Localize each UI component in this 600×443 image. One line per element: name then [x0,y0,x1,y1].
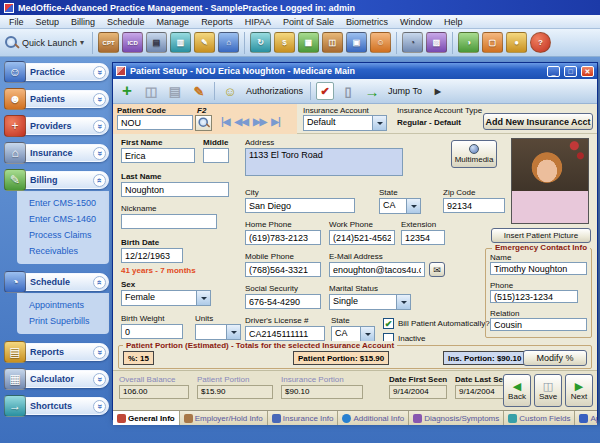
birth-weight-input[interactable] [121,324,183,339]
save-icon[interactable]: ◫ [141,81,161,101]
quick-launch-caret-icon[interactable]: ▾ [80,38,84,47]
sidebar-link-enter-cms-1460[interactable]: Enter CMS-1460 [29,211,109,227]
credentials-icon[interactable]: ✎ [194,32,215,53]
save-button[interactable]: ◫ Save [534,374,562,407]
menu-window[interactable]: Window [395,16,437,28]
middle-input[interactable] [203,148,229,163]
expand-chevron-icon[interactable]: » [93,373,106,386]
menu-hipaa[interactable]: HIPAA [240,16,276,28]
authorizations-icon[interactable]: ☺ [220,81,240,101]
expand-chevron-icon[interactable]: » [93,400,106,413]
cpt-codes-icon[interactable]: CPT [98,32,119,53]
previous-record-button[interactable]: ◀◀ [235,116,248,127]
collapse-chevron-icon[interactable]: » [93,174,106,187]
birth-date-input[interactable] [121,248,183,263]
statistics-icon[interactable]: ◑ [458,32,479,53]
emergency-relation-input[interactable] [490,318,587,331]
more-arrow-icon[interactable]: ▶ [428,81,448,101]
inventory-icon[interactable]: ◫ [322,32,343,53]
practice-building-icon[interactable]: ⌂ [218,32,239,53]
sidebar-link-process-claims[interactable]: Process Claims [29,227,109,243]
lab-monitor-icon[interactable]: ▥ [170,32,191,53]
sidebar-link-print-superbills[interactable]: Print Superbills [29,313,109,329]
back-button[interactable]: ◀ Back [503,374,531,407]
menu-file[interactable]: File [4,16,29,28]
window-frame-icon[interactable]: ▢ [482,32,503,53]
email-input[interactable] [329,262,425,277]
sidebar-item-billing[interactable]: ✎ Billing » [17,171,109,189]
tab-employer-hold-info[interactable]: Employer/Hold Info [180,411,268,425]
extension-input[interactable] [401,230,445,245]
audit-calendar-icon[interactable]: ▨ [426,32,447,53]
emergency-phone-input[interactable] [490,290,578,303]
bill-automatically-checkbox[interactable]: ✔ Bill Patient Automatically? [383,318,490,329]
patient-code-input[interactable] [117,115,193,130]
expand-chevron-icon[interactable]: » [93,66,106,79]
modify-percent-button[interactable]: Modify % [523,350,587,366]
menu-manage[interactable]: Manage [152,16,195,28]
next-record-button[interactable]: ▶▶ [253,116,266,127]
first-record-button[interactable]: |◀ [221,116,230,127]
first-name-input[interactable] [121,148,195,163]
maximize-button[interactable]: □ [564,66,577,77]
tab-insurance-info[interactable]: Insurance Info [268,411,339,425]
menu-biometrics[interactable]: Biometrics [341,16,393,28]
expand-chevron-icon[interactable]: » [93,147,106,160]
sidebar-item-insurance[interactable]: ⌂ Insurance » [17,144,109,162]
expand-chevron-icon[interactable]: » [93,93,106,106]
mobile-phone-input[interactable] [245,262,321,277]
tab-general-info[interactable]: General Info [113,411,180,425]
delete-icon[interactable]: ▯ [338,81,358,101]
sidebar-link-receivables[interactable]: Receivables [29,243,109,259]
close-button[interactable]: ✕ [581,66,594,77]
claims-grid-icon[interactable]: ▦ [298,32,319,53]
tab-appointments[interactable]: Appointments [575,411,597,425]
print-icon[interactable]: ▤ [165,81,185,101]
jump-to-icon[interactable]: → [362,81,382,101]
tab-custom-fields[interactable]: Custom Fields [504,411,575,425]
sex-select[interactable]: Female [121,290,211,306]
sidebar-item-reports[interactable]: ▤ Reports » [17,343,109,361]
emergency-name-input[interactable] [490,262,587,275]
zip-input[interactable] [443,198,505,213]
drivers-license-input[interactable] [245,326,325,341]
expand-chevron-icon[interactable]: » [93,120,106,133]
city-input[interactable] [245,198,355,213]
nickname-input[interactable] [121,214,217,229]
insert-patient-picture-button[interactable]: Insert Patient Picture [491,228,591,243]
ssn-input[interactable] [245,294,321,309]
marital-status-select[interactable]: Single [329,294,411,310]
sidebar-item-patients[interactable]: ☻ Patients » [17,90,109,108]
sidebar-link-appointments[interactable]: Appointments [29,297,109,313]
home-phone-input[interactable] [245,230,321,245]
reports-clock-icon[interactable]: ◔ [402,32,423,53]
sidebar-item-providers[interactable]: + Providers » [17,117,109,135]
tab-diagnosis-symptoms[interactable]: Diagnosis/Symptoms [409,411,504,425]
menu-billing[interactable]: Billing [66,16,100,28]
license-state-select[interactable]: CA [331,326,375,342]
menu-reports[interactable]: Reports [196,16,238,28]
multimedia-button[interactable]: Multimedia [451,140,497,168]
employee-icon[interactable]: ☺ [370,32,391,53]
send-email-button[interactable]: ✉ [429,262,445,277]
next-button[interactable]: ▶ Next [565,374,593,407]
menu-help[interactable]: Help [439,16,468,28]
tab-additional-info[interactable]: Additional Info [338,411,409,425]
jump-to-label[interactable]: Jump To [388,86,422,96]
insurance-account-select[interactable]: Default [303,115,387,131]
last-name-input[interactable] [121,182,229,197]
state-select[interactable]: CA [379,198,421,214]
quick-launch-label[interactable]: Quick Launch [22,38,77,48]
icd-codes-icon[interactable]: ICD [122,32,143,53]
patient-id-card-icon[interactable]: ▤ [146,32,167,53]
add-new-insurance-button[interactable]: Add New Insurance Acct [483,113,593,130]
work-phone-input[interactable] [329,230,395,245]
collapse-chevron-icon[interactable]: » [93,276,106,289]
sidebar-item-shortcuts[interactable]: → Shortcuts » [17,397,109,415]
sidebar-item-practice[interactable]: ☺ Practice » [17,63,109,81]
menu-point-of-sale[interactable]: Point of Sale [278,16,339,28]
units-select[interactable] [195,324,241,340]
point-of-sale-icon[interactable]: ▣ [346,32,367,53]
sidebar-item-schedule[interactable]: ◔ Schedule » [17,273,109,291]
sidebar-item-calculator[interactable]: ▦ Calculator » [17,370,109,388]
